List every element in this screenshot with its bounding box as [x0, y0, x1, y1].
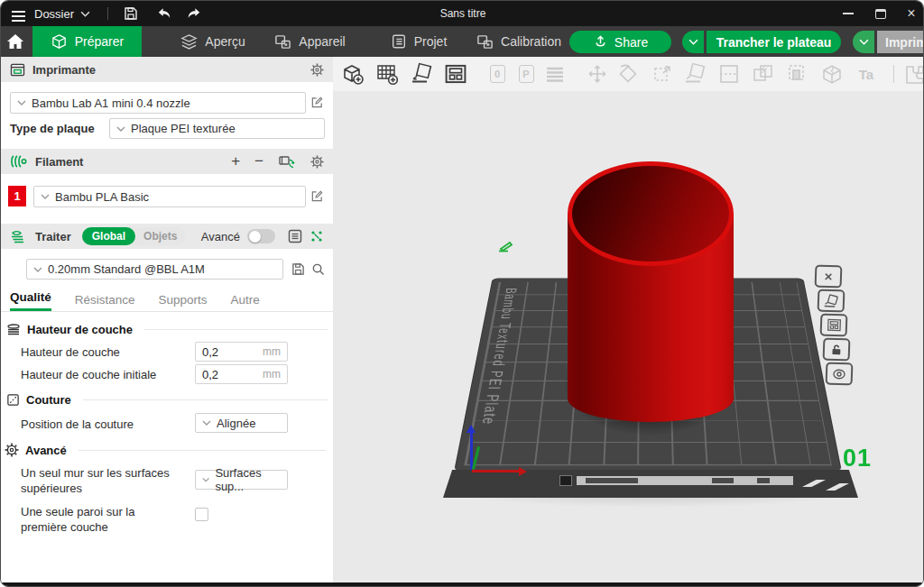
process-preset-select[interactable]: 0.20mm Standard @BBL A1M: [26, 259, 283, 280]
layer-height-icon: [6, 324, 21, 336]
single-wall-first-layer-checkbox[interactable]: [195, 508, 208, 521]
plate-rename-pencil-icon[interactable]: [497, 240, 515, 252]
share-button[interactable]: Share: [569, 31, 671, 53]
tab-prepare[interactable]: Préparer: [32, 26, 142, 57]
copy-icon[interactable]: 0: [484, 60, 511, 87]
filament-select[interactable]: Bambu PLA Basic: [33, 186, 306, 207]
process-scope-toggle[interactable]: Global Objets: [82, 227, 186, 245]
auto-orient-icon[interactable]: [408, 60, 435, 87]
text-tool-icon[interactable]: Ta: [853, 60, 880, 87]
add-model-icon[interactable]: [339, 60, 366, 87]
add-filament-button[interactable]: +: [231, 152, 240, 170]
chevron-down-icon: [202, 477, 209, 482]
calibration-icon: [476, 33, 494, 50]
layer-height-section: Hauteur de couche: [6, 323, 328, 336]
tab-device[interactable]: Appareil: [263, 26, 357, 57]
remove-filament-button[interactable]: −: [254, 152, 263, 170]
process-section-header: Traiter Global Objets Avancé: [1, 224, 333, 249]
setting-label: Hauteur de couche initiale: [21, 368, 156, 381]
seam-position-select[interactable]: Alignée: [195, 413, 288, 433]
model-cylinder[interactable]: [568, 161, 734, 423]
variable-layer-icon[interactable]: [541, 60, 568, 87]
plate-flip-arrow: [802, 480, 826, 487]
printer-edit-icon[interactable]: [310, 96, 324, 109]
print-dropdown-button[interactable]: [853, 31, 874, 53]
plate-orient-button[interactable]: [818, 289, 845, 312]
print-button[interactable]: Imprim: [877, 31, 924, 53]
device-icon: [274, 33, 291, 50]
scale-icon[interactable]: [649, 60, 676, 87]
single-wall-top-select[interactable]: Surfaces sup...: [195, 470, 288, 490]
split-object-icon[interactable]: [818, 60, 845, 87]
advanced-gear-icon: [5, 443, 19, 457]
plate-type-label: Type de plaque: [10, 122, 95, 135]
tab-project[interactable]: Projet: [378, 26, 459, 57]
slice-plate-button[interactable]: Trancher le plateau: [707, 31, 841, 53]
preset-list-icon[interactable]: [288, 229, 302, 243]
process-layers-icon: [10, 229, 28, 243]
plate-number-label: 01: [843, 445, 872, 472]
ams-sync-icon[interactable]: [278, 154, 296, 169]
home-icon[interactable]: [6, 33, 24, 50]
setting-label: Position de la couture: [21, 417, 134, 431]
advanced-label: Avancé: [201, 230, 240, 243]
seam-section: Couture: [6, 393, 328, 407]
settings-tabbar: Qualité Résistance Supports Autre: [1, 288, 333, 312]
setting-label: Un seul mur sur les surfaces supérieures: [21, 465, 188, 496]
cut-icon[interactable]: [716, 60, 743, 87]
initial-layer-height-input[interactable]: 0,2 mm: [195, 364, 288, 384]
rotate-icon[interactable]: [614, 60, 642, 87]
cylinder-opening: [568, 161, 734, 266]
tab-quality[interactable]: Qualité: [10, 290, 51, 311]
layers-icon: [180, 33, 198, 50]
move-icon[interactable]: [584, 60, 611, 87]
viewport-3d[interactable]: 0 P: [333, 57, 924, 582]
printer-section-header: Imprimante: [1, 57, 333, 82]
scope-global-chip[interactable]: Global: [82, 227, 135, 245]
filament-slot-badge[interactable]: 1: [8, 186, 26, 206]
chevron-down-icon: [688, 39, 698, 45]
axis-z-arrow: [467, 425, 476, 433]
plate-arrange-button[interactable]: [820, 313, 848, 336]
share-upload-icon: [593, 34, 608, 50]
close-button[interactable]: ×: [898, 1, 924, 26]
scope-objects-chip[interactable]: Objets: [135, 230, 185, 243]
tab-supports[interactable]: Supports: [159, 293, 208, 311]
printer-select[interactable]: Bambu Lab A1 mini 0.4 nozzle: [10, 92, 306, 114]
mesh-boolean-icon[interactable]: [750, 60, 777, 87]
tab-calibration[interactable]: Calibration: [466, 26, 572, 57]
chevron-down-icon: [33, 267, 42, 272]
add-plate-icon[interactable]: [374, 60, 401, 87]
tab-preview[interactable]: Aperçu: [168, 26, 258, 57]
tab-other[interactable]: Autre: [231, 293, 260, 311]
plate-flip-arrow: [826, 483, 849, 491]
window-title: Sans titre: [1, 7, 924, 20]
search-settings-icon[interactable]: [311, 262, 325, 276]
hollow-icon[interactable]: [784, 60, 811, 87]
filament-settings-gear-icon[interactable]: [310, 155, 324, 169]
tab-strength[interactable]: Résistance: [75, 293, 135, 311]
save-preset-icon[interactable]: [291, 262, 305, 276]
plate-delete-button[interactable]: ×: [815, 264, 843, 288]
maximize-button[interactable]: [867, 1, 894, 26]
chevron-down-icon: [17, 100, 26, 105]
filament-edit-icon[interactable]: [310, 189, 324, 203]
assembly-icon[interactable]: [901, 60, 924, 87]
chevron-down-icon: [202, 420, 211, 426]
filament-spool-icon: [10, 154, 28, 169]
plate-type-select[interactable]: Plaque PEI texturée: [109, 118, 325, 139]
plate-front-edge: [443, 470, 858, 498]
cube-icon: [51, 33, 68, 50]
plate-settings-button[interactable]: [826, 362, 854, 385]
layer-height-input[interactable]: 0,2 mm: [195, 342, 288, 362]
printer-settings-gear-icon[interactable]: [310, 63, 324, 77]
minimize-button[interactable]: [835, 1, 862, 26]
arrange-icon[interactable]: [442, 60, 469, 87]
paste-icon[interactable]: P: [513, 60, 540, 87]
plate-lock-button[interactable]: [823, 337, 851, 361]
slice-dropdown-button[interactable]: [682, 31, 704, 53]
advanced-toggle[interactable]: [247, 229, 275, 243]
axis-x: [472, 470, 519, 472]
lay-on-face-icon[interactable]: [681, 60, 708, 87]
objects-params-icon[interactable]: [310, 229, 324, 243]
